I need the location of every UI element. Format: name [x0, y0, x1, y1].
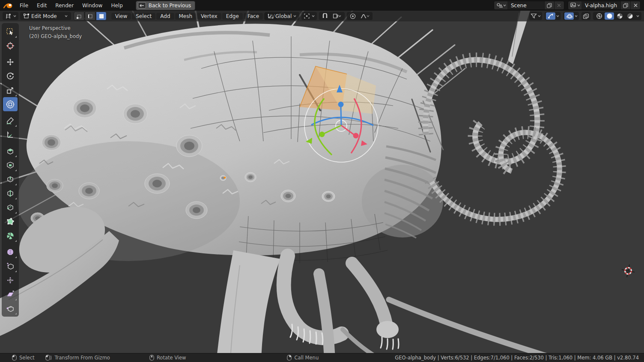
tool-edge-slide[interactable]: [3, 259, 18, 273]
filter-funnel-icon: [531, 13, 537, 19]
tool-measure[interactable]: [3, 128, 18, 142]
shading-wireframe-button[interactable]: [594, 12, 604, 20]
edge-select-icon: [87, 14, 93, 19]
back-arrow-icon: [138, 2, 146, 9]
tool-transform[interactable]: [3, 97, 18, 111]
mouse-middle-icon: [149, 355, 154, 361]
back-to-previous-button[interactable]: Back to Previous: [136, 1, 196, 10]
tool-knife[interactable]: [3, 200, 18, 214]
tool-select-box[interactable]: [3, 24, 18, 39]
scene-copy-button[interactable]: [544, 1, 554, 9]
chevron-down-icon: [577, 4, 580, 6]
proportional-edit-toggle[interactable]: [348, 12, 358, 20]
chevron-down-icon: [575, 15, 578, 17]
gizmo-move-y-handle[interactable]: [319, 132, 325, 137]
view-layer-copy-button[interactable]: [620, 1, 630, 9]
tool-poly-build[interactable]: [3, 214, 18, 228]
view-layer-name[interactable]: V-alpha.high: [581, 3, 620, 9]
menu-mesh[interactable]: Mesh: [175, 13, 197, 20]
overlays-toggle-button[interactable]: [564, 12, 574, 20]
gizmo-move-z-handle[interactable]: [338, 102, 344, 107]
mode-selector[interactable]: Edit Mode: [20, 12, 71, 20]
gizmo-icon: [548, 13, 554, 19]
tool-move[interactable]: [3, 55, 18, 69]
pivot-point-dropdown[interactable]: [301, 12, 317, 20]
chevron-down-icon: [13, 15, 16, 17]
edge-select-button[interactable]: [85, 12, 95, 21]
gizmo-move-x-handle[interactable]: [353, 133, 359, 139]
editor-type-button[interactable]: [3, 12, 18, 20]
scene-statistics: GEO-alpha_body | Verts:6/532 | Edges:7/1…: [395, 355, 639, 361]
tool-shrink-fatten[interactable]: [3, 273, 18, 287]
gizmos-toggle-group: [545, 12, 561, 20]
menu-vertex[interactable]: Vertex: [197, 13, 221, 20]
viewport-3d-scene[interactable]: [0, 0, 644, 362]
scene-browse-button[interactable]: [494, 1, 507, 9]
mode-label: Edit Mode: [31, 13, 57, 19]
snap-target-dropdown[interactable]: [331, 12, 343, 20]
scene-icon: [496, 3, 503, 8]
pivot-point-icon: [304, 13, 310, 19]
mouse-right-icon: [287, 355, 292, 361]
chevron-down-icon: [367, 15, 370, 17]
menu-add[interactable]: Add: [156, 13, 174, 20]
hint-rotate-view: Rotate View: [149, 355, 186, 361]
face-select-icon: [98, 14, 104, 19]
tool-cursor[interactable]: [3, 39, 18, 53]
view-layer-browse-button[interactable]: [568, 1, 581, 9]
tool-scale[interactable]: [3, 83, 18, 97]
menu-select[interactable]: Select: [132, 13, 155, 20]
snap-toggle-button[interactable]: [320, 12, 330, 20]
copy-id-icon: [623, 3, 628, 8]
statusbar: Select Transform From Gizmo Rotate View …: [0, 353, 644, 362]
gizmos-toggle-button[interactable]: [546, 12, 555, 20]
menu-file[interactable]: File: [15, 0, 33, 11]
blender-logo[interactable]: [0, 2, 15, 9]
proportional-edit-icon: [350, 13, 356, 19]
menu-face[interactable]: Face: [244, 13, 263, 20]
hint-transform-label: Transform From Gizmo: [54, 355, 110, 361]
tool-shear[interactable]: [3, 287, 18, 301]
snap-increment-icon: [333, 13, 338, 19]
tool-rotate[interactable]: [3, 69, 18, 83]
vertex-select-icon: [76, 14, 82, 19]
tool-spin[interactable]: [3, 228, 18, 243]
menu-window[interactable]: Window: [78, 0, 107, 11]
menu-render[interactable]: Render: [51, 0, 78, 11]
shading-material-button[interactable]: [615, 12, 624, 20]
shading-solid-button[interactable]: [605, 12, 614, 20]
magnet-icon: [322, 13, 328, 19]
chevron-down-icon: [312, 15, 315, 17]
shading-rendered-button[interactable]: [625, 12, 635, 20]
transform-orientation-dropdown[interactable]: Global: [265, 12, 299, 20]
tool-rip-region[interactable]: [3, 301, 18, 315]
tool-extrude-region[interactable]: [3, 144, 18, 158]
scene-name[interactable]: Scene: [507, 3, 544, 9]
menu-help[interactable]: Help: [107, 0, 127, 11]
tool-annotate[interactable]: [3, 113, 18, 128]
toolbar: [2, 23, 19, 317]
menu-view[interactable]: View: [111, 13, 131, 20]
hint-call-menu-label: Call Menu: [294, 355, 319, 361]
chevron-down-icon: [538, 15, 541, 17]
copy-id-icon: [547, 3, 552, 8]
edit-mode-icon: [24, 13, 30, 19]
viewport-header: Edit Mode View Select Add Mesh Vertex Ed…: [0, 11, 644, 21]
tool-bevel[interactable]: [3, 172, 18, 186]
face-select-button[interactable]: [96, 12, 107, 21]
tool-smooth[interactable]: [3, 245, 18, 259]
shading-wireframe-icon: [596, 13, 602, 19]
menu-edge[interactable]: Edge: [222, 13, 243, 20]
hint-rotate-view-label: Rotate View: [157, 355, 186, 361]
menu-edit[interactable]: Edit: [33, 0, 51, 11]
tool-loop-cut[interactable]: [3, 186, 18, 200]
vertex-select-button[interactable]: [74, 12, 84, 21]
xray-toggle-button[interactable]: [581, 12, 590, 20]
show-gizmo-dropdown[interactable]: [529, 12, 542, 20]
tool-inset-faces[interactable]: [3, 158, 18, 172]
proportional-falloff-dropdown[interactable]: [358, 12, 371, 20]
active-object-label: (20) GEO-alpha_body: [29, 33, 82, 41]
mouse-left-icon: [12, 355, 17, 361]
view-layer-remove-button[interactable]: [630, 1, 640, 9]
overlays-toggle-group: [563, 12, 579, 20]
